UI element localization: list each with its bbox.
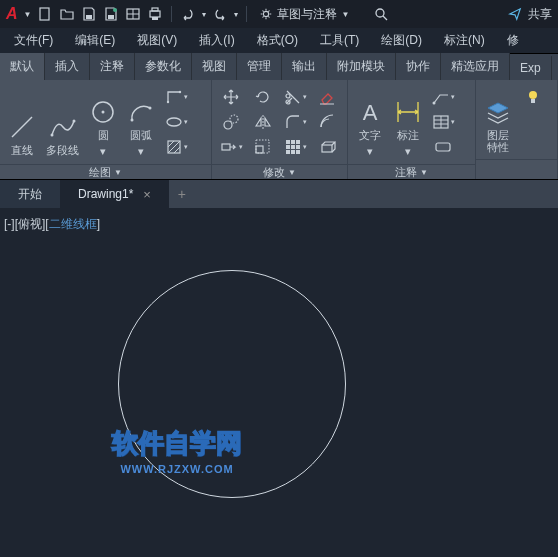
menu-format[interactable]: 格式(O)	[247, 28, 308, 53]
svg-rect-31	[291, 145, 295, 149]
share-icon	[508, 7, 522, 21]
array-icon	[284, 138, 302, 156]
tool-array[interactable]	[282, 136, 308, 158]
close-icon[interactable]: ×	[143, 187, 151, 202]
tool-stretch[interactable]	[218, 136, 244, 158]
menu-insert[interactable]: 插入(I)	[189, 28, 244, 53]
menu-view[interactable]: 视图(V)	[127, 28, 187, 53]
redo-icon[interactable]	[212, 6, 228, 22]
rotate-icon	[254, 88, 272, 106]
svg-rect-30	[286, 145, 290, 149]
viewport-label[interactable]: [-][俯视][二维线框]	[4, 216, 100, 233]
tool-cloud[interactable]	[430, 136, 456, 158]
tab-exp[interactable]: Exp	[510, 56, 552, 80]
tool-hatch[interactable]	[163, 136, 189, 158]
tab-start[interactable]: 开始	[0, 180, 60, 208]
menu-modify[interactable]: 修	[497, 28, 529, 53]
tool-arc[interactable]: 圆弧 ▾	[123, 84, 159, 160]
svg-point-18	[167, 118, 181, 126]
share-button[interactable]: 共享	[508, 6, 552, 23]
new-icon[interactable]	[37, 6, 53, 22]
tab-collab[interactable]: 协作	[396, 53, 441, 80]
tool-rectangle[interactable]	[163, 86, 189, 108]
menu-file[interactable]: 文件(F)	[4, 28, 63, 53]
tool-erase[interactable]	[314, 86, 340, 108]
tool-scale[interactable]	[250, 136, 276, 158]
svg-rect-28	[291, 140, 295, 144]
panel-draw-footer[interactable]: 绘图▼	[0, 164, 211, 180]
tool-rotate[interactable]	[250, 86, 276, 108]
ribbon: 直线 多段线 圆 ▾ 圆弧 ▾ 绘图▼	[0, 80, 558, 180]
tool-circle[interactable]: 圆 ▾	[85, 84, 121, 160]
svg-rect-32	[296, 145, 300, 149]
tab-featured[interactable]: 精选应用	[441, 53, 510, 80]
svg-rect-2	[108, 15, 114, 19]
svg-point-16	[166, 101, 168, 103]
menu-dimension[interactable]: 标注(N)	[434, 28, 495, 53]
save-icon[interactable]	[81, 6, 97, 22]
tool-mirror[interactable]	[250, 111, 276, 133]
offset-icon	[318, 113, 336, 131]
tool-layer-properties[interactable]: 图层 特性	[480, 84, 516, 155]
tab-manage[interactable]: 管理	[237, 53, 282, 80]
tab-drawing1[interactable]: Drawing1* ×	[60, 180, 169, 208]
undo-dropdown[interactable]: ▾	[202, 10, 206, 19]
drawing-canvas[interactable]: [-][俯视][二维线框] 软件自学网 WWW.RJZXW.COM	[0, 208, 558, 557]
tool-dimension[interactable]: 标注 ▾	[390, 84, 426, 160]
tab-output[interactable]: 输出	[282, 53, 327, 80]
workspace-switcher[interactable]: 草图与注释 ▼	[259, 6, 349, 23]
open-icon[interactable]	[59, 6, 75, 22]
tool-trim[interactable]	[282, 86, 308, 108]
circle-icon	[89, 98, 117, 126]
menu-tools[interactable]: 工具(T)	[310, 28, 369, 53]
svg-rect-7	[152, 17, 158, 20]
tool-fillet[interactable]	[282, 111, 308, 133]
table-icon	[432, 113, 450, 131]
polyline-icon	[49, 113, 77, 141]
copy-icon	[222, 113, 240, 131]
panel-draw: 直线 多段线 圆 ▾ 圆弧 ▾ 绘图▼	[0, 80, 212, 179]
tool-ellipse[interactable]	[163, 111, 189, 133]
tool-copy[interactable]	[218, 111, 244, 133]
tab-default[interactable]: 默认	[0, 53, 45, 80]
tab-annotate[interactable]: 注释	[90, 53, 135, 80]
mirror-icon	[254, 113, 272, 131]
tab-insert[interactable]: 插入	[45, 53, 90, 80]
tool-leader[interactable]	[430, 86, 456, 108]
tool-text[interactable]: A 文字 ▾	[352, 84, 388, 160]
tool-layer-state[interactable]	[520, 86, 546, 108]
undo-icon[interactable]	[180, 6, 196, 22]
search-button[interactable]	[373, 6, 389, 22]
logo-dropdown[interactable]: ▼	[24, 10, 32, 19]
svg-rect-35	[296, 150, 300, 154]
tool-polyline[interactable]: 多段线	[42, 84, 83, 160]
tab-parametric[interactable]: 参数化	[135, 53, 192, 80]
svg-point-8	[264, 11, 269, 16]
rectangle-icon	[165, 88, 183, 106]
svg-point-15	[149, 107, 152, 110]
menu-edit[interactable]: 编辑(E)	[65, 28, 125, 53]
tool-line[interactable]: 直线	[4, 84, 40, 160]
tool-explode[interactable]	[314, 136, 340, 158]
svg-point-10	[50, 134, 53, 137]
scale-icon	[254, 138, 272, 156]
watermark: 软件自学网 WWW.RJZXW.COM	[112, 426, 242, 475]
tool-table[interactable]	[430, 111, 456, 133]
tab-view[interactable]: 视图	[192, 53, 237, 80]
panel-annotate-footer[interactable]: 注释▼	[348, 164, 475, 180]
panel-modify-footer[interactable]: 修改▼	[212, 164, 347, 180]
app-logo: A	[6, 5, 18, 23]
tool-move[interactable]	[218, 86, 244, 108]
tab-addins[interactable]: 附加模块	[327, 53, 396, 80]
svg-rect-1	[86, 15, 92, 19]
tool-offset[interactable]	[314, 111, 340, 133]
redo-dropdown[interactable]: ▾	[234, 10, 238, 19]
menu-draw[interactable]: 绘图(D)	[371, 28, 432, 53]
panel-modify: 修改▼	[212, 80, 348, 179]
saveas-icon[interactable]	[103, 6, 119, 22]
web-icon[interactable]	[125, 6, 141, 22]
trim-icon	[284, 88, 302, 106]
new-tab-button[interactable]: +	[169, 186, 195, 202]
text-icon: A	[356, 98, 384, 126]
plot-icon[interactable]	[147, 6, 163, 22]
